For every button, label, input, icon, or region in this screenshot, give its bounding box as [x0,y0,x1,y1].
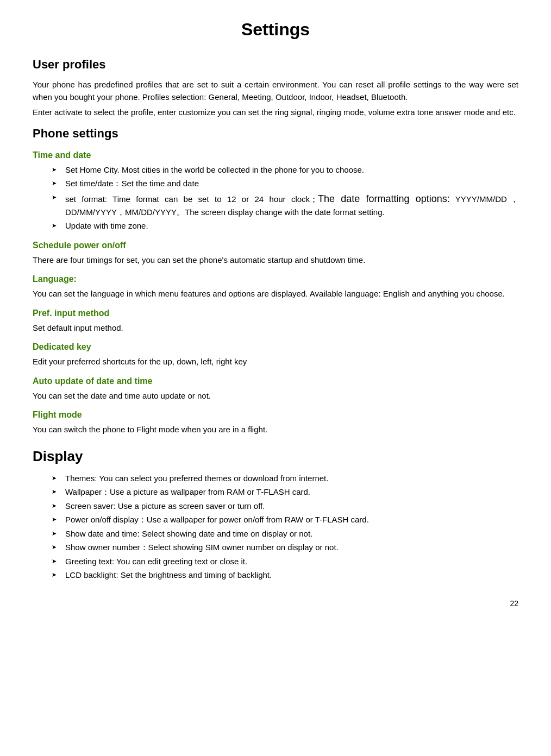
pref-input-heading: Pref. input method [33,307,518,320]
list-item: Greeting text: You can edit greeting tex… [54,556,518,568]
list-item: LCD backlight: Set the brightness and ti… [54,569,518,582]
list-item: Power on/off display：Use a wallpaper for… [54,514,518,526]
display-list: Themes: You can select you preferred the… [54,472,518,582]
language-text: You can set the language in which menu f… [33,288,518,300]
flight-mode-heading: Flight mode [33,408,518,421]
language-heading: Language: [33,273,518,286]
pref-input-text: Set default input method. [33,322,518,335]
dedicated-key-heading: Dedicated key [33,341,518,354]
user-profiles-heading: User profiles [33,55,518,73]
schedule-power-text: There are four timings for set, you can … [33,254,518,267]
list-item: Set time/date：Set the time and date [54,178,518,190]
auto-update-text: You can set the date and time auto updat… [33,390,518,402]
phone-settings-heading: Phone settings [33,124,518,142]
list-item: Set Home City. Most cities in the world … [54,164,518,177]
list-item: Screen saver: Use a picture as screen sa… [54,500,518,513]
page-title: Settings [33,16,518,42]
list-item: Show date and time: Select showing date … [54,528,518,540]
user-profiles-para1: Your phone has predefined profiles that … [33,79,518,103]
dedicated-key-text: Edit your preferred shortcuts for the up… [33,356,518,368]
page-number: 22 [33,598,518,609]
list-item: set format: Time format can be set to 12… [54,192,518,219]
format-text: set format: Time format can be set to 12… [65,194,518,217]
list-item: Themes: You can select you preferred the… [54,472,518,485]
time-and-date-heading: Time and date [33,149,518,162]
list-item: Show owner number：Select showing SIM own… [54,541,518,554]
list-item: Wallpaper：Use a picture as wallpaper fro… [54,486,518,499]
list-item: Update with time zone. [54,220,518,232]
time-and-date-list: Set Home City. Most cities in the world … [54,164,518,232]
auto-update-heading: Auto update of date and time [33,375,518,388]
user-profiles-para2: Enter activate to select the profile, en… [33,106,518,119]
schedule-power-heading: Schedule power on/off [33,239,518,252]
flight-mode-text: You can switch the phone to Flight mode … [33,424,518,436]
display-heading: Display [33,446,518,467]
